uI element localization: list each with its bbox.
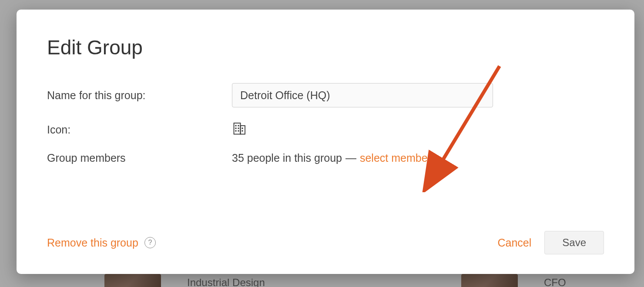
svg-rect-3 <box>238 125 239 127</box>
building-icon[interactable] <box>232 120 248 139</box>
members-label: Group members <box>47 152 232 164</box>
cancel-button[interactable]: Cancel <box>497 237 531 249</box>
remove-group-link[interactable]: Remove this group <box>47 237 138 249</box>
svg-rect-0 <box>234 123 241 134</box>
svg-rect-4 <box>235 128 237 129</box>
modal-footer: Remove this group ? Cancel Save <box>47 231 604 254</box>
edit-group-modal: Edit Group Name for this group: Icon: <box>17 10 634 274</box>
svg-rect-5 <box>238 128 239 129</box>
svg-rect-6 <box>235 130 237 132</box>
svg-rect-8 <box>242 128 243 129</box>
name-label: Name for this group: <box>47 89 232 102</box>
svg-rect-1 <box>241 126 245 134</box>
select-members-link[interactable]: select members... <box>360 152 446 164</box>
svg-rect-7 <box>238 130 239 132</box>
save-button[interactable]: Save <box>544 231 604 254</box>
group-name-input[interactable] <box>232 83 493 107</box>
help-icon[interactable]: ? <box>144 237 156 248</box>
field-row-members: Group members 35 people in this group — … <box>47 152 604 164</box>
icon-label: Icon: <box>47 123 232 136</box>
field-row-icon: Icon: <box>47 120 604 139</box>
separator: — <box>345 152 356 164</box>
modal-title: Edit Group <box>47 36 604 59</box>
svg-rect-2 <box>235 125 237 127</box>
svg-rect-9 <box>242 130 243 132</box>
field-row-name: Name for this group: <box>47 83 604 107</box>
members-count-text: 35 people in this group <box>232 152 342 164</box>
